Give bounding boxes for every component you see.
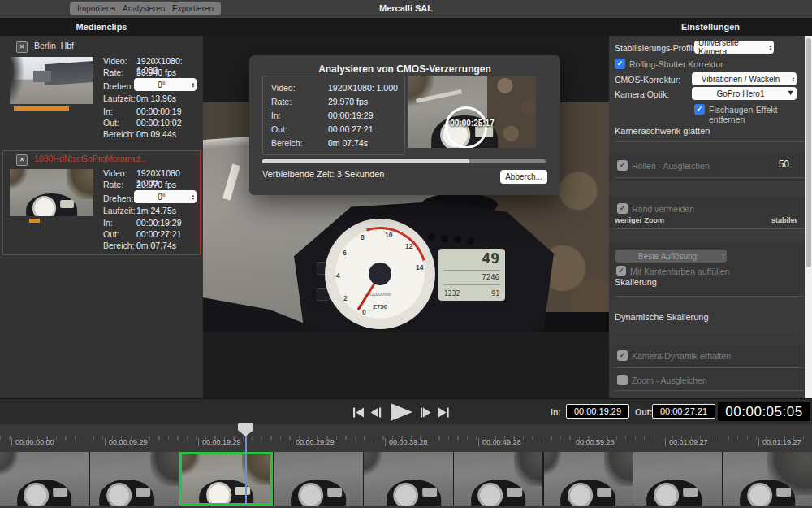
profile-dropdown[interactable]: Universelle Kamera [694,41,774,54]
frame-back-icon [369,407,382,418]
lcd-odometer: 7246 [482,273,499,281]
gauge-number: 12 [405,242,412,250]
dropdown-arrows-icon [769,44,771,50]
ruler-timecode: 00:00:49:28 [478,438,521,446]
edge-fill-label: Mit Kantenfarben auffüllen [630,267,729,276]
ruler-timecode: 00:00:59:28 [572,438,615,446]
clip-thumbnail[interactable] [10,169,93,216]
ruler-timecode: 00:01:09:27 [665,438,708,446]
cmos-dropdown[interactable]: Vibrationen / Wackeln [692,72,797,85]
roll-compensate-checkbox[interactable] [617,160,628,171]
timeline-thumbnail[interactable] [90,452,179,506]
divider [615,367,804,368]
analysis-progress-bar [262,159,546,163]
row-label: Rate: [271,97,292,106]
clip-name: 1080HdNtscGoProMotorrad... [34,154,147,163]
step-back-button[interactable] [369,406,382,421]
row-label: Laufzeit: [103,206,136,215]
analysis-dialog: Analysieren von CMOS-Verzerrungen Video:… [249,55,560,195]
avoid-border-checkbox[interactable] [617,203,628,214]
lcd-display [235,487,250,495]
clip-thumbnail[interactable] [10,57,93,104]
gauge-cluster [17,480,72,506]
fisheye-checkbox[interactable] [694,104,705,115]
timeline-thumbnail[interactable] [633,452,722,506]
gauge-number: 8 [361,233,365,241]
hillside [203,102,253,141]
analysis-progress-fill [262,159,469,163]
row-label: Laufzeit: [103,93,136,103]
camera-dynamics-checkbox[interactable] [617,350,628,361]
jump-to-end-button[interactable] [438,406,450,421]
divider [615,332,804,332]
stepper-arrows-icon[interactable] [192,81,194,88]
row-label: Drehen: [103,193,133,203]
timeline-thumbnail[interactable] [274,452,363,506]
row-value: 00:00:27:21 [328,124,373,134]
rotate-stepper[interactable]: 0° [134,78,197,91]
clip-progress-bar [14,106,69,111]
cmos-label: CMOS-Korrektur: [615,75,680,85]
row-label: Video: [271,83,296,93]
timeline-thumbnail-selected[interactable] [179,452,273,506]
timeline-thumbnail[interactable] [723,452,812,506]
playhead-line[interactable] [245,436,247,505]
gauge-hub [369,263,391,285]
rolling-shutter-checkbox[interactable] [615,59,625,69]
stepper-arrows-icon[interactable] [192,193,194,200]
edge-fill-checkbox[interactable] [616,266,626,276]
road-line [222,163,240,200]
divider [615,390,804,391]
row-label: Out: [103,118,119,128]
lcd-speed: 49 [482,250,499,267]
preview-timecode: 00:00:25:17 [408,119,536,128]
row-value: 00:00:19:29 [328,111,373,120]
row-value: 00:00:19:29 [136,218,181,228]
zoom-compensate-checkbox[interactable] [617,375,628,385]
timeline-thumbnail[interactable] [0,452,89,506]
chevron-down-icon [788,88,793,97]
timeline-thumbnail[interactable] [364,452,452,506]
medienclips-header: Medienclips [0,22,203,32]
settings-scrollbar-thumb[interactable] [806,38,811,267]
play-icon [388,402,414,422]
jump-to-start-button[interactable] [352,406,365,421]
clip-name: Berlin_Hbf [34,41,74,50]
lcd-display [327,488,342,497]
divider [615,228,804,229]
remove-clip-icon[interactable] [16,41,28,53]
play-button[interactable] [388,402,414,425]
gauge-brand-label: Z750 [325,303,435,310]
rotate-value: 0° [158,193,166,202]
optic-dropdown[interactable]: GoPro Hero1 [692,87,797,100]
einstellungen-header: Einstellungen [609,22,812,32]
gauge-dial [478,483,503,506]
row-value: 0m 13.96s [136,93,176,103]
gauge-number: 6 [343,249,347,257]
out-timecode-field[interactable]: 00:00:27:21 [652,404,715,419]
cmos-value: Vibrationen / Wackeln [702,75,780,84]
lcd-display [597,488,611,497]
gauge-cluster [647,480,702,506]
in-label: In: [551,407,561,417]
remaining-time-text: Verbleibende Zeit: 3 Sekunden [262,169,384,179]
frame-forward-icon [419,407,432,418]
profile-value: Universelle Kamera [698,38,762,56]
timeline[interactable]: 00:00:00:00 00:00:09:29 00:00:19:29 00:0… [0,424,812,508]
gauge-dial [32,196,56,216]
rotate-stepper[interactable]: 0° [134,190,197,203]
cancel-button[interactable]: Abberch... [500,170,547,184]
row-value: 0m 07.74s [328,138,368,148]
app-window: Importieren Analysieren Exportieren Merc… [0,0,812,508]
analyze-button[interactable]: Analysieren [115,2,172,15]
in-timecode-field[interactable]: 00:00:19:29 [566,404,629,419]
timeline-thumbnail[interactable] [544,452,633,506]
gauge-cluster [292,480,347,506]
resolution-dropdown[interactable]: Beste Auflösung [615,250,727,263]
vegetation [67,169,93,199]
step-forward-button[interactable] [419,406,432,421]
row-label: Bereich: [103,241,135,250]
remove-clip-icon[interactable] [16,154,28,166]
timeline-thumbnail[interactable] [454,452,542,506]
gauge-dial [24,483,50,506]
